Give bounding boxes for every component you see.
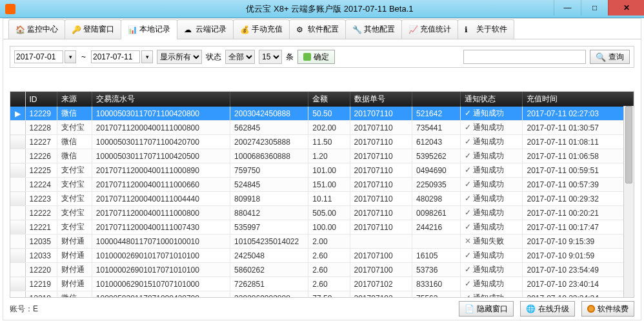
tab-8[interactable]: ℹ关于软件 [458,19,514,39]
online-upgrade-button[interactable]: 🌐在线升级 [520,301,575,317]
cell-amt: 2.00 [308,234,350,249]
cell-f2: 535997 [230,220,308,234]
cell-o2: 0098261 [412,206,461,220]
cloud-icon: ☁ [184,25,193,34]
cell-time: 2017-07-11 01:08:11 [523,135,634,149]
col-header[interactable]: 交易流水号 [92,92,230,107]
cell-f2: 524845 [230,178,308,192]
tab-4[interactable]: 💰手动充值 [233,19,290,39]
date-from-input[interactable] [14,50,63,63]
cell-time: 2017-07-11 01:06:58 [523,149,634,163]
cell-o2 [412,234,461,249]
vertical-scrollbar[interactable] [623,106,634,297]
window-title: 优云宝 X8+ 云端多账户版 2017-07-11 Beta.1 [15,3,644,15]
main-tabs: 🏠监控中心🔑登陆窗口📊本地记录☁云端记录💰手动充值⚙软件配置🔧其他配置📈充值统计… [3,19,641,39]
date-to-input[interactable] [91,50,140,63]
close-button[interactable]: ✕ [608,0,644,16]
col-header[interactable] [230,92,308,107]
tab-1[interactable]: 🔑登陆窗口 [65,19,121,39]
table-row[interactable]: 12219财付通10100006290151070710100072628512… [10,277,634,291]
row-indicator [10,249,25,263]
cell-order: 201707110 [350,220,412,234]
cell-src: 财付通 [57,277,92,291]
cell-o2: 75563 [412,291,461,298]
footer-bar: 账号：E 📄隐藏窗口 🌐在线升级 软件续费 [10,300,634,317]
state-select[interactable]: 全部 [225,50,255,64]
table-row[interactable]: 12220财付通10100002690101707101010058602622… [10,263,634,277]
tab-5[interactable]: ⚙软件配置 [289,19,346,39]
cell-src: 财付通 [57,234,92,249]
tab-2[interactable]: 📊本地记录 [121,19,177,39]
table-row[interactable]: 12228支付宝20170711200040011100080056284520… [10,121,634,135]
cell-status: 通知成功 [461,135,523,149]
perpage-select[interactable]: 15 [259,50,282,64]
cell-src: 支付宝 [57,163,92,178]
scrollbar-thumb[interactable] [625,106,632,183]
col-header[interactable]: ID [25,92,57,107]
table-row[interactable]: 12033财付通10100002690101707101010024250482… [10,249,634,263]
table-row[interactable]: 12226微信100005030117071100420500100068636… [10,149,634,163]
table-row[interactable]: 12225支付宝20170711200040011100089075975010… [10,163,634,178]
cell-status: 通知成功 [461,277,523,291]
table-row[interactable]: 12218微信100005030117071000420700320306900… [10,291,634,298]
tab-0[interactable]: 🏠监控中心 [8,19,65,39]
show-mode-select[interactable]: 显示所有 [157,50,202,64]
col-header[interactable] [412,92,461,107]
about-icon: ℹ [465,25,474,34]
maximize-button[interactable]: □ [581,0,608,16]
table-row[interactable]: 12224支付宝20170711200040011100066052484515… [10,178,634,192]
cell-amt: 77.50 [308,291,350,298]
cell-f2: 7262851 [230,277,308,291]
table-row[interactable]: 12223支付宝20170711200040011100444080991810… [10,192,634,206]
table-row[interactable]: 12222支付宝20170711200040011100080088041250… [10,206,634,220]
cell-flow: 101000026901017071010100 [92,263,230,277]
tab-6[interactable]: 🔧其他配置 [345,19,402,39]
hide-window-button[interactable]: 📄隐藏窗口 [459,301,514,317]
date-from[interactable]: ▾ [14,50,76,63]
cell-src: 支付宝 [57,192,92,206]
tab-label: 充值统计 [420,24,451,35]
cell-f2: 101054235014022 [230,234,308,249]
row-indicator [10,135,25,149]
cell-amt: 11.50 [308,135,350,149]
search-button[interactable]: 🔍查询 [590,50,630,64]
confirm-button[interactable]: 确定 [297,50,335,64]
records-table: ID来源交易流水号金额数据单号通知状态充值时间 ▶12229微信10000503… [10,92,634,298]
cell-flow: 100005030117071100420500 [92,149,230,163]
row-indicator [10,206,25,220]
search-input[interactable] [463,50,586,64]
date-from-drop-icon[interactable]: ▾ [65,50,76,63]
cell-o2: 2250935 [412,178,461,192]
col-header[interactable]: 金额 [308,92,350,107]
cell-order: 201707102 [350,277,412,291]
cell-order: 201707110 [350,178,412,192]
table-row[interactable]: 12227微信100005030117071100420700200274230… [10,135,634,149]
cell-order: 201707110 [350,121,412,135]
cell-src: 支付宝 [57,220,92,234]
tab-7[interactable]: 📈充值统计 [401,19,458,39]
cell-o2: 735441 [412,121,461,135]
cell-status: 通知成功 [461,220,523,234]
tab-label: 关于软件 [476,24,507,35]
row-indicator [10,263,25,277]
tab-3[interactable]: ☁云端记录 [177,19,234,39]
col-header[interactable]: 数据单号 [350,92,412,107]
cell-f2: 880412 [230,206,308,220]
col-header[interactable]: 来源 [57,92,92,107]
renew-button[interactable]: 软件续费 [581,301,634,317]
date-to-drop-icon[interactable]: ▾ [141,50,153,63]
col-header[interactable]: 通知状态 [461,92,523,107]
table-row[interactable]: ▶12229微信10000503011707110042080020030424… [10,107,634,121]
cell-flow: 201707112000400111000800 [92,121,230,135]
row-indicator [10,149,25,163]
col-header[interactable]: 充值时间 [523,92,634,107]
cell-f2: 2003042450888 [230,107,308,121]
date-to[interactable]: ▾ [91,50,153,63]
cell-status: 通知失败 [461,234,523,249]
minimize-button[interactable]: — [554,0,581,16]
cell-o2: 5395262 [412,149,461,163]
table-row[interactable]: 12221支付宝20170711200040011100743053599710… [10,220,634,234]
login-icon: 🔑 [72,25,81,34]
cell-order: 201707100 [350,249,412,263]
table-row[interactable]: 12035财付通10000448011707100010001010105423… [10,234,634,249]
